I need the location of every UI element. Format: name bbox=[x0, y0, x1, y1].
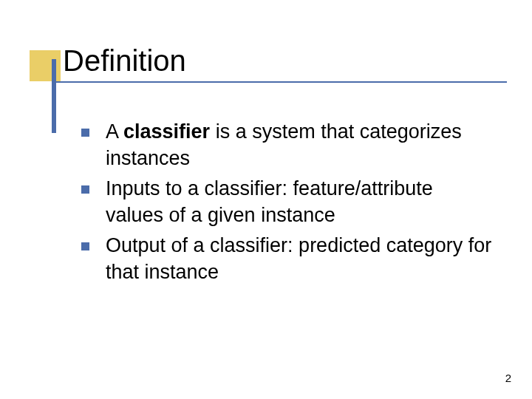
list-item: Output of a classifier: predicted catego… bbox=[81, 232, 495, 286]
square-bullet-icon bbox=[81, 185, 89, 194]
bullet-text: Output of a classifier: predicted catego… bbox=[106, 232, 495, 286]
square-bullet-icon bbox=[81, 129, 89, 137]
list-item: Inputs to a classifier: feature/attribut… bbox=[81, 175, 495, 229]
title-underline bbox=[56, 81, 507, 83]
list-item: A classifier is a system that categorize… bbox=[81, 118, 495, 172]
bullet-text: Inputs to a classifier: feature/attribut… bbox=[106, 175, 495, 229]
bullet-list: A classifier is a system that categorize… bbox=[81, 118, 495, 289]
title-accent-bar bbox=[52, 59, 56, 133]
page-number: 2 bbox=[505, 372, 511, 384]
bullet-text: A classifier is a system that categorize… bbox=[106, 118, 495, 172]
slide-title: Definition bbox=[63, 44, 186, 78]
square-bullet-icon bbox=[81, 242, 89, 250]
